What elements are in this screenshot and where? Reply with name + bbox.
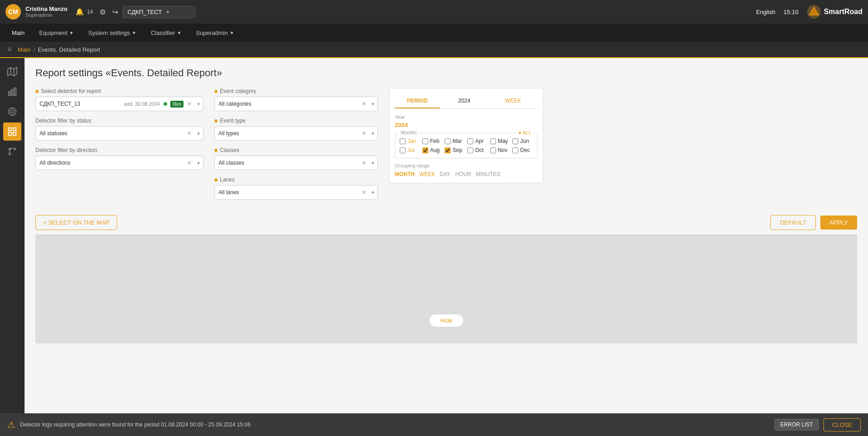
- lanes-selector[interactable]: All lanes ✕ ▼: [214, 185, 378, 200]
- month-apr-checkbox[interactable]: [467, 138, 473, 144]
- month-jan[interactable]: Jan: [400, 138, 420, 144]
- bell-icon[interactable]: 🔔: [75, 8, 84, 16]
- hamburger-icon[interactable]: ≡: [7, 45, 11, 54]
- page-title: Report settings «Events. Detailed Report…: [35, 67, 857, 79]
- menu-item-equipment[interactable]: Equipment ▼: [33, 26, 80, 40]
- apply-button[interactable]: APPLY: [820, 216, 857, 230]
- detector-dropdown-button[interactable]: ▼: [194, 102, 203, 107]
- menu-item-main[interactable]: Main: [5, 26, 31, 40]
- event-type-group: Event type All types ✕ ▼: [214, 118, 378, 141]
- detector-clear-button[interactable]: ✕: [185, 101, 194, 107]
- required-dot: [214, 178, 218, 181]
- grouping-month[interactable]: MONTH: [395, 171, 415, 177]
- grouping-minutes[interactable]: MINUTES: [476, 171, 500, 177]
- select-on-map-button[interactable]: + SELECT ON THE MAP: [35, 215, 117, 230]
- breadcrumb-main-link[interactable]: Main: [18, 46, 30, 53]
- direction-filter-group: Detector filter by direction All directi…: [35, 147, 203, 170]
- menu-item-system-settings[interactable]: System settings ▼: [82, 26, 143, 40]
- months-all-button[interactable]: ● ALL: [516, 130, 533, 135]
- sidebar-item-circle[interactable]: [3, 103, 21, 121]
- sidebar: [0, 58, 25, 413]
- event-category-group: Event category All categories ✕ ▼: [214, 88, 378, 111]
- month-mar[interactable]: Mar: [445, 138, 465, 144]
- month-aug[interactable]: Aug: [422, 147, 442, 153]
- default-button[interactable]: DEFAULT: [770, 215, 816, 230]
- required-dot: [214, 149, 218, 152]
- month-sep[interactable]: Sep: [445, 147, 465, 153]
- tab-year-value[interactable]: 2024: [440, 94, 488, 108]
- event-category-dropdown-button[interactable]: ▼: [368, 102, 377, 107]
- sidebar-item-chart[interactable]: [3, 83, 21, 101]
- grouping-day[interactable]: DAY: [440, 171, 451, 177]
- month-feb-checkbox[interactable]: [422, 138, 428, 144]
- user-name: Cristina Manzo: [25, 5, 67, 13]
- lanes-dropdown-button[interactable]: ▼: [368, 190, 377, 195]
- status-text: Detector logs requiring attention were f…: [20, 421, 770, 428]
- direction-dropdown-button[interactable]: ▼: [194, 161, 203, 166]
- status-dropdown-button[interactable]: ▼: [194, 131, 203, 136]
- notification-count: 14: [87, 9, 93, 15]
- month-jul[interactable]: Jul: [400, 147, 420, 153]
- month-nov[interactable]: Nov: [490, 147, 510, 153]
- direction-selector[interactable]: All directions ✕ ▼: [35, 156, 203, 170]
- month-sep-checkbox[interactable]: [445, 147, 451, 153]
- event-category-clear-button[interactable]: ✕: [359, 101, 368, 107]
- notifications-area[interactable]: 🔔 14: [75, 8, 93, 16]
- lanes-clear-button[interactable]: ✕: [359, 189, 368, 196]
- logout-icon[interactable]: ↪: [112, 8, 118, 16]
- svg-point-10: [10, 110, 14, 113]
- month-dec-checkbox[interactable]: [512, 147, 518, 153]
- device-selector[interactable]: СДКП_ТЕСТ ▼: [123, 6, 195, 18]
- hide-button[interactable]: Hide: [429, 314, 464, 327]
- breadcrumb: ≡ Main / Events. Detailed Report: [0, 42, 868, 58]
- tab-period[interactable]: PERIOD: [395, 94, 440, 108]
- month-jan-checkbox[interactable]: [400, 138, 406, 144]
- event-category-label: Event category: [214, 88, 378, 94]
- month-feb[interactable]: Feb: [422, 138, 442, 144]
- month-oct-checkbox[interactable]: [467, 147, 473, 153]
- status-clear-button[interactable]: ✕: [185, 130, 194, 137]
- event-type-selector[interactable]: All types ✕ ▼: [214, 126, 378, 141]
- status-selector[interactable]: All statuses ✕ ▼: [35, 126, 203, 141]
- close-button[interactable]: CLOSE: [823, 418, 861, 431]
- month-jun-checkbox[interactable]: [512, 138, 518, 144]
- month-aug-checkbox[interactable]: [422, 147, 428, 153]
- event-type-label: Event type: [214, 118, 378, 124]
- classes-dropdown-button[interactable]: ▼: [368, 161, 377, 166]
- tab-week[interactable]: WEEK: [489, 94, 537, 108]
- chevron-down-icon: ▼: [132, 30, 136, 35]
- period-tabs: PERIOD 2024 WEEK: [395, 94, 537, 109]
- month-oct-label: Oct: [475, 147, 484, 153]
- menu-item-classifier[interactable]: Classifier ▼: [144, 26, 188, 40]
- event-type-clear-button[interactable]: ✕: [359, 130, 368, 137]
- gear-icon[interactable]: ⚙: [99, 8, 106, 16]
- month-mar-checkbox[interactable]: [445, 138, 451, 144]
- sidebar-item-map[interactable]: [3, 63, 21, 81]
- classes-selector[interactable]: All classes ✕ ▼: [214, 156, 378, 170]
- month-oct[interactable]: Oct: [467, 147, 487, 153]
- event-type-dropdown-button[interactable]: ▼: [368, 131, 377, 136]
- direction-clear-button[interactable]: ✕: [185, 160, 194, 166]
- month-jul-checkbox[interactable]: [400, 147, 406, 153]
- menu-item-superadmin[interactable]: Superadmin ▼: [189, 26, 240, 40]
- event-category-selector[interactable]: All categories ✕ ▼: [214, 97, 378, 111]
- month-apr-label: Apr: [475, 138, 484, 144]
- grouping-hour[interactable]: HOUR: [455, 171, 471, 177]
- brand-name: SmartRoad: [824, 8, 863, 16]
- month-jun[interactable]: Jun: [512, 138, 532, 144]
- month-nov-checkbox[interactable]: [490, 147, 496, 153]
- month-may[interactable]: May: [490, 138, 510, 144]
- month-dec[interactable]: Dec: [512, 147, 532, 153]
- svg-rect-7: [11, 89, 13, 95]
- language-selector[interactable]: English: [756, 9, 775, 15]
- classes-clear-button[interactable]: ✕: [359, 160, 368, 166]
- month-may-checkbox[interactable]: [490, 138, 496, 144]
- detector-selector[interactable]: СДКП_ТЕСТ_13 add. 30.08.2024 0km ✕ ▼: [35, 97, 203, 111]
- grouping-week[interactable]: WEEK: [419, 171, 435, 177]
- error-list-button[interactable]: ERROR LIST: [774, 419, 819, 431]
- month-may-label: May: [498, 138, 508, 144]
- month-apr[interactable]: Apr: [467, 138, 487, 144]
- months-box: Months ● ALL Jan Feb: [395, 133, 537, 158]
- sidebar-item-branch[interactable]: [3, 142, 21, 161]
- sidebar-item-settings[interactable]: [3, 122, 21, 141]
